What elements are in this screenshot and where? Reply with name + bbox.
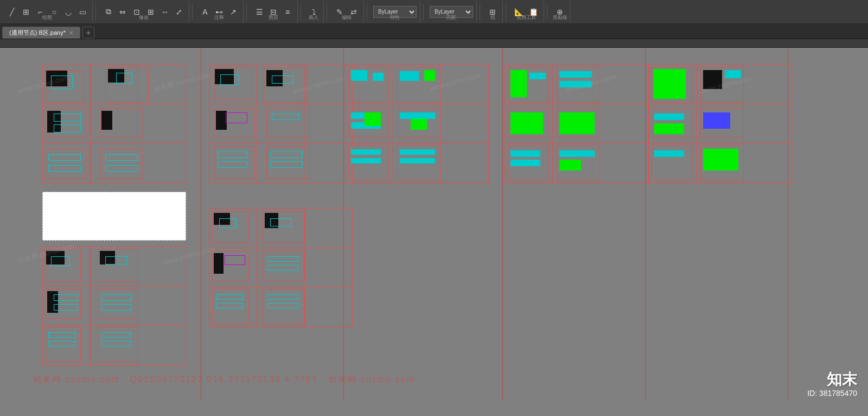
annotation-label: 注释 — [214, 14, 224, 21]
layer-props-btn[interactable]: ☰ — [253, 5, 266, 19]
group-label: 组 — [490, 14, 495, 21]
stretch-btn[interactable]: ↔ — [158, 5, 171, 19]
sheet-2-content — [209, 65, 352, 183]
edit-label: 编辑 — [342, 14, 352, 21]
brand-id: ID: 381785470 — [807, 389, 857, 398]
sheet-4-content — [505, 65, 648, 183]
edit-group: ✎ ⇄ 编辑 — [330, 1, 364, 22]
draw-group: ╱ ⊞ ⌐ ○ ◡ ▭ 绘图 — [2, 1, 93, 22]
properties-label: 特性 — [390, 14, 400, 21]
copy-btn[interactable]: ⧉ — [102, 5, 115, 19]
text-btn[interactable]: A — [199, 5, 212, 19]
toolbar: ╱ ⊞ ⌐ ○ ◡ ▭ 绘图 ⧉ ⇔ ⊡ ⊞ ↔ ⤢ 修改 — [0, 0, 868, 48]
toolbar-row1: ╱ ⊞ ⌐ ○ ◡ ▭ 绘图 ⧉ ⇔ ⊡ ⊞ ↔ ⤢ 修改 — [0, 0, 868, 24]
sheet-7 — [209, 208, 353, 327]
modify-group: ⧉ ⇔ ⊡ ⊞ ↔ ⤢ 修改 — [99, 1, 189, 22]
draw-line-btn[interactable]: ╱ — [5, 5, 18, 19]
white-blank — [42, 192, 186, 241]
mirror-btn[interactable]: ⇔ — [116, 5, 129, 19]
sheet-5-content — [649, 65, 792, 183]
insert-group: ⤵ 插入 — [304, 1, 324, 22]
match-group: ByLayer 匹配 — [426, 1, 477, 22]
canvas-area[interactable]: www.znzmo.com 知末网·znzmo.com www.znzmo.co… — [0, 48, 868, 401]
sheet-5 — [648, 64, 792, 184]
tab-add-btn[interactable]: + — [82, 27, 94, 39]
sheet-3-content — [346, 65, 488, 183]
utilities-label: 实用工具 — [516, 14, 536, 21]
guide-line-3 — [502, 48, 503, 401]
tab-close-btn[interactable]: ✕ — [69, 30, 73, 36]
sheet-6-content — [43, 247, 186, 365]
draw-label: 绘图 — [42, 14, 52, 21]
red-watermark-bottom: 知末网·znzmo.com Q01S2λ??0123 016 2??λ?0130… — [33, 374, 415, 386]
tab-main[interactable]: (通用节点) B区.pany* ✕ — [2, 27, 80, 39]
layers-group: ☰ ⊟ ≡ 图层 — [250, 1, 298, 22]
layers-label: 图层 — [269, 14, 278, 21]
brand-logo: 知末 — [827, 369, 857, 390]
modify-label: 修改 — [139, 14, 149, 21]
scale-btn[interactable]: ⤢ — [173, 5, 186, 19]
annotation-group: A ⊷ ↗ 注释 — [195, 1, 244, 22]
draw-arc-btn[interactable]: ◡ — [62, 5, 75, 19]
draw-multiline-btn[interactable]: ⊞ — [20, 5, 33, 19]
match-label: 匹配 — [446, 14, 456, 21]
tab-label: (通用节点) B区.pany* — [9, 29, 66, 37]
sheet-1-content — [43, 65, 186, 183]
properties-group: ByLayer 特性 — [370, 1, 420, 22]
leader-btn[interactable]: ↗ — [227, 5, 240, 19]
layer-match-btn[interactable]: ≡ — [281, 5, 294, 19]
sheet-2 — [209, 64, 353, 184]
clipboard-section: ⊕ 剪贴板 — [550, 1, 570, 22]
sheet-1 — [42, 64, 186, 184]
insert-label: 插入 — [309, 14, 318, 21]
guide-line-1 — [201, 48, 201, 401]
sheet-3 — [345, 64, 489, 184]
utilities-section: 📐 📋 实用工具 — [509, 1, 544, 22]
tabbar: (通用节点) B区.pany* ✕ + — [0, 24, 868, 39]
clipboard-label: 剪贴板 — [553, 14, 567, 21]
sheet-4 — [505, 64, 648, 184]
draw-rect-btn[interactable]: ▭ — [76, 5, 89, 19]
sheet-6 — [42, 246, 186, 365]
sheet-7-content — [209, 209, 352, 327]
group-section: ⊞ 组 — [483, 1, 503, 22]
